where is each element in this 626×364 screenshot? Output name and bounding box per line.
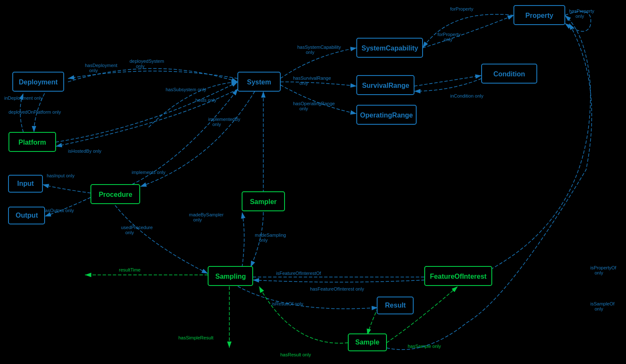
node-output: Output [8, 207, 45, 224]
label-hasproperty: hasProperty [569, 8, 595, 14]
label-foi: FeatureOfInterest [430, 273, 487, 280]
node-sampling: Sampling [208, 266, 253, 286]
label-only6: only [136, 64, 145, 69]
label-ishosted: isHostedBy only [68, 148, 102, 154]
label-resulttime: resultTime [119, 267, 141, 272]
label-only3: only [306, 50, 315, 55]
label-property: Property [525, 12, 553, 19]
label-hassubsys: hasSubsystem only [166, 87, 206, 92]
label-simpleresult: hasSimpleResult [178, 335, 214, 340]
label-oprange: OperatingRange [360, 112, 413, 119]
label-only7: only [89, 68, 98, 73]
node-oprange: OperatingRange [357, 105, 416, 124]
label-hasoutput: hasOutput only [42, 208, 74, 213]
node-platform: Platform [9, 132, 56, 151]
label-only2: only [444, 37, 453, 42]
label-isfoiof: isFeatureOfInterestOf [276, 271, 321, 276]
label-only13: only [595, 306, 603, 311]
label-survival: hasSurvivalRange [293, 76, 331, 81]
label-hassyscap: hasSystemCapability [297, 45, 341, 50]
label-implements: implements only [132, 170, 166, 175]
label-procedure: Procedure [99, 191, 132, 198]
label-system: System [247, 78, 271, 86]
label-platform: Platform [19, 139, 46, 146]
label-input: Input [17, 180, 34, 187]
label-only1: only [575, 14, 584, 19]
node-input: Input [8, 175, 42, 192]
label-hasresultonly: hasResult only [280, 352, 311, 357]
label-deployedsys: deployedSystem [130, 59, 164, 64]
label-only9: only [125, 230, 134, 235]
label-madesampling: madeSampling [255, 232, 286, 238]
label-only12: only [595, 270, 603, 275]
label-ispropof: isPropertyOf [590, 265, 617, 270]
node-sample: Sample [348, 334, 386, 351]
node-foi: FeatureOfInterest [425, 266, 492, 286]
node-procedure: Procedure [91, 185, 140, 204]
label-forproperty: forProperty [450, 6, 474, 11]
label-survival: SurvivalRange [362, 82, 409, 89]
label-deployedplatform: deployedOnPlatform only [8, 109, 61, 115]
node-deployment: Deployment [13, 72, 64, 91]
label-oprange: hasOperatingRange [293, 101, 335, 106]
label-sample: Sample [355, 339, 380, 346]
node-property: Property [514, 6, 565, 25]
label-result: Result [385, 302, 406, 309]
node-condition: Condition [482, 64, 537, 83]
label-hasinput: hasInput only [47, 173, 75, 178]
label-condition: Condition [493, 70, 525, 78]
node-syscap: SystemCapability [357, 38, 423, 57]
label-issampleof: isSampleOf [590, 301, 615, 306]
label-usedproc: usedProcedure [121, 225, 153, 230]
node-sampler: Sampler [242, 192, 285, 211]
label-hasdeploy: hasDeployment [85, 63, 117, 68]
label-indeployment: inDeployment only [4, 95, 43, 101]
label-hasfoionly: hasFeatureOfInterest only [310, 286, 364, 291]
label-hosts: hosts only [195, 98, 217, 103]
node-system: System [238, 72, 280, 91]
label-only10: only [259, 238, 268, 243]
label-incondition: inCondition only [450, 93, 484, 98]
label-sampling: Sampling [215, 273, 246, 280]
label-output: Output [16, 212, 38, 219]
label-forproperty2: forProperty [437, 32, 461, 37]
label-madebysampler: madeBySampler [189, 212, 224, 217]
node-survival: SurvivalRange [357, 76, 414, 95]
label-only5: only [299, 106, 308, 111]
label-only8: only [212, 122, 221, 127]
label-isresultof: isResultOf only [272, 301, 303, 306]
label-only4: only [299, 81, 308, 86]
label-sampler: Sampler [250, 198, 276, 205]
node-result: Result [377, 297, 413, 314]
label-only11: only [193, 217, 202, 222]
label-syscap: SystemCapability [361, 45, 418, 52]
label-deployment: Deployment [19, 78, 58, 86]
